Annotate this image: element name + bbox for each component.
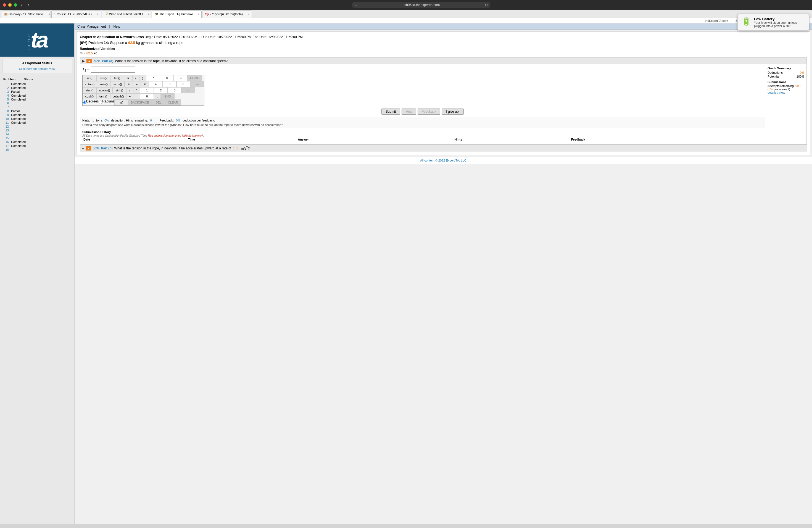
problem-num-9[interactable]: 9	[3, 113, 9, 117]
calc-9[interactable]: 9	[174, 75, 188, 81]
calc-star[interactable]: *	[133, 87, 140, 93]
tab-1-close[interactable]: ×	[48, 13, 50, 16]
problem-num-4[interactable]: 4	[3, 94, 9, 97]
class-management-link[interactable]: Class Management	[77, 25, 106, 28]
calc-lparen[interactable]: (	[132, 75, 139, 81]
calc-atan[interactable]: atan()	[83, 87, 97, 93]
calc-cotanh[interactable]: cotanh()	[110, 93, 126, 99]
tab-2[interactable]: ℹ Course: PHYS 0222-08 G... ×	[52, 11, 101, 18]
hint-num[interactable]: 1	[92, 119, 94, 122]
assignment-status-box: Assignment Status Click here for detaile…	[2, 59, 72, 73]
problem-num-7[interactable]: 7	[3, 105, 9, 109]
submit-button[interactable]: Submit	[381, 108, 400, 115]
feedback-button[interactable]: Feedback	[418, 108, 440, 115]
problem-num-1[interactable]: 1	[3, 82, 9, 86]
calc-cos[interactable]: cos()	[97, 75, 110, 81]
detailed-view-link[interactable]: Click here for detailed view	[19, 67, 55, 70]
calc-tanh[interactable]: tanh()	[97, 93, 110, 99]
calc-0[interactable]: 0	[140, 93, 154, 99]
calc-sin[interactable]: sin()	[83, 75, 97, 81]
tab-3[interactable]: 📝 Write and submit Lakoff T... ×	[102, 11, 151, 18]
calc-cotan[interactable]: cotan()	[83, 81, 97, 87]
part-b-section[interactable]: ■ ▲ 50% Part (b) What is the tension in …	[80, 144, 807, 151]
calc-del[interactable]: DEL	[151, 99, 165, 105]
calc-6[interactable]: 6	[176, 81, 190, 87]
problem-num-8[interactable]: 8	[3, 109, 9, 113]
calc-e[interactable]: E	[125, 81, 133, 87]
problem-num-15[interactable]: 15	[3, 136, 9, 140]
problem-num-13[interactable]: 13	[3, 129, 9, 132]
calc-up[interactable]: ▲	[133, 81, 141, 87]
problem-num-11[interactable]: 11	[3, 121, 9, 124]
tab-4[interactable]: 🎓 The Expert TA | Human-li... ×	[152, 11, 202, 18]
problem-num-5[interactable]: 5	[3, 98, 9, 101]
problem-num-10[interactable]: 10	[3, 117, 9, 120]
problem-num-14[interactable]: 14	[3, 133, 9, 136]
hint-button[interactable]: Hint	[402, 108, 416, 115]
calc-dash2[interactable]: —	[182, 87, 195, 93]
calc-2[interactable]: 2	[154, 87, 168, 93]
part-a-header[interactable]: ▶ ▲ 50% Part (a) What is the tension in …	[80, 58, 807, 64]
calc-asin[interactable]: asin()	[97, 81, 111, 87]
calc-sqrt[interactable]: √()	[114, 99, 128, 105]
calc-7[interactable]: 7	[146, 75, 160, 81]
part-a-arrow[interactable]: ▶	[82, 59, 85, 63]
calc-pi[interactable]: π	[124, 75, 132, 81]
radians-radio[interactable]	[99, 99, 102, 105]
back-button[interactable]: ‹	[19, 2, 24, 8]
minimize-button[interactable]	[8, 3, 12, 6]
calc-5[interactable]: 5	[163, 81, 176, 87]
part-a-body-container: T1 = sin() cos() tan() π	[80, 64, 807, 144]
calc-3[interactable]: 3	[168, 87, 182, 93]
problem-status-3: Partial	[11, 90, 19, 93]
calc-rparen[interactable]: )	[139, 75, 146, 81]
calc-8[interactable]: 8	[160, 75, 174, 81]
fullscreen-button[interactable]	[14, 3, 17, 6]
problem-num-3[interactable]: 3	[3, 90, 9, 93]
tab-5[interactable]: Sy 27^{\circ}=9.81tan(theta)... ×	[202, 11, 252, 18]
nav-separator-1: |	[731, 19, 732, 23]
problem-num-6[interactable]: 6	[3, 102, 9, 105]
degrees-radio[interactable]	[83, 99, 86, 105]
problem-num-16[interactable]: 16	[3, 140, 9, 144]
calc-acotan[interactable]: acotan()	[97, 87, 112, 93]
calc-minus[interactable]: -	[133, 93, 140, 99]
calc-tan[interactable]: tan()	[110, 75, 124, 81]
calc-plus[interactable]: +	[126, 93, 133, 99]
tab-4-close[interactable]: ×	[198, 13, 199, 16]
calc-end[interactable]: END	[161, 93, 175, 99]
reload-button[interactable]: ↻	[485, 3, 488, 7]
forward-button[interactable]: ›	[26, 2, 31, 8]
give-up-button[interactable]: I give up!	[442, 108, 464, 115]
calc-cosh[interactable]: cosh()	[83, 93, 97, 99]
low-battery-message: Your Mac will sleep soon unless plugged …	[754, 21, 805, 28]
calc-clear[interactable]: CLEAR	[165, 99, 180, 105]
degrees-label[interactable]: Degrees	[86, 99, 99, 105]
close-button[interactable]	[3, 3, 6, 6]
calc-1[interactable]: 1	[140, 87, 154, 93]
problem-num-2[interactable]: 2	[3, 86, 9, 89]
tab-2-close[interactable]: ×	[97, 13, 98, 16]
calc-backspace[interactable]: BACKSPACE	[128, 99, 151, 105]
calc-slash[interactable]: /	[126, 87, 133, 93]
tab-3-close[interactable]: ×	[148, 13, 150, 16]
calc-dot[interactable]: .	[154, 93, 161, 99]
status-col-header: Status	[24, 78, 33, 81]
calc-down[interactable]: ▼	[141, 81, 149, 87]
problem-num-17[interactable]: 17	[3, 144, 9, 147]
address-bar[interactable]: 🛡 usb06ca.theexpertta.com ↻	[352, 2, 490, 8]
problem-num-18[interactable]: 18	[3, 148, 9, 151]
calc-4[interactable]: 4	[149, 81, 163, 87]
calc-acos[interactable]: acos()	[111, 81, 125, 87]
calc-sinh[interactable]: sinh()	[112, 87, 126, 93]
t1-input[interactable]	[91, 67, 135, 73]
problem-num-12[interactable]: 12	[3, 125, 9, 128]
hints-remaining[interactable]: 0	[150, 119, 151, 122]
tab-1[interactable]: 🏫 Gateway - SF State Unive... ×	[1, 11, 51, 18]
calc-home[interactable]: HOME	[188, 75, 202, 81]
submissions-detailed-link[interactable]: detailed view	[768, 91, 785, 94]
calc-dash1[interactable]: —	[190, 81, 204, 87]
radians-label[interactable]: Radians	[102, 99, 114, 105]
help-link[interactable]: Help	[114, 25, 120, 28]
tab-5-close[interactable]: ×	[247, 13, 249, 16]
